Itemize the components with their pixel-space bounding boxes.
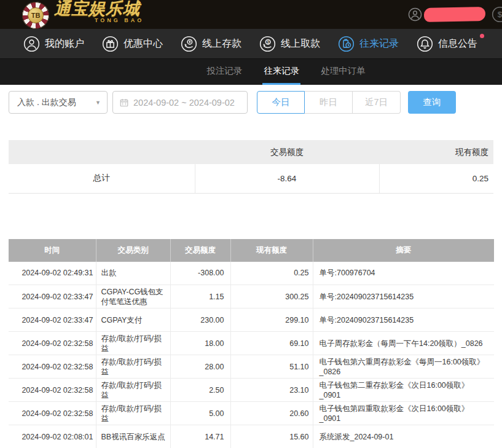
transaction-type-select[interactable]: 入款 . 出款交易 ▼ (9, 91, 108, 114)
summary-total-balance: 0.25 (379, 164, 493, 193)
cell-time: 2024-09-02 02:32:58 (9, 332, 96, 355)
cell-summary: 单号:202409023715614235 (313, 308, 494, 332)
cell-amount: 5.00 (170, 402, 230, 425)
redacted-username (424, 7, 485, 22)
user-icon (23, 36, 40, 52)
preset-yesterday-button[interactable]: 昨日 (305, 91, 353, 114)
cell-amount: 1.15 (170, 285, 230, 308)
cell-type: 存款/取款/打码/损益 (96, 402, 170, 425)
cell-summary: 电子钱包第六重周存款彩金《每周一16:00领取》_0826 (313, 355, 494, 379)
tab-transaction-records[interactable]: 往来记录 (262, 59, 300, 85)
cell-time: 2024-09-02 02:33:47 (9, 308, 96, 332)
cell-balance: 0.25 (230, 262, 313, 285)
date-range-input[interactable]: 2024-09-02 ~ 2024-09-02 (112, 91, 248, 114)
gift-icon (102, 36, 119, 52)
query-button[interactable]: 查询 (408, 91, 456, 114)
cell-balance: 15.60 (230, 425, 313, 448)
deposit-icon (181, 36, 197, 52)
site-logo[interactable]: TB 通宝娱乐城 TONG BAO (22, 1, 144, 29)
cell-balance: 69.10 (230, 332, 313, 355)
main-navigation: 我的账户 优惠中心 线上存款 $ 线上取款 往 (0, 29, 502, 59)
calendar-icon (119, 98, 129, 108)
cell-summary: 单号:202409023715614235 (313, 285, 494, 308)
nav-item-promotions[interactable]: 优惠中心 (102, 36, 163, 52)
cell-type: 存款/取款/打码/损益 (96, 379, 170, 402)
table-row: 2024-09-02 02:08:01 BB视讯百家乐返点 14.71 15.6… (9, 425, 494, 448)
cell-time: 2024-09-02 02:32:58 (9, 355, 96, 379)
cell-balance: 299.10 (230, 308, 313, 332)
nav-label: 信息公告 (438, 37, 477, 50)
nav-item-transaction-records[interactable]: 往来记录 (338, 36, 399, 52)
col-balance: 现有额度 (230, 239, 313, 262)
cell-balance: 300.25 (230, 285, 313, 308)
tab-processing-orders[interactable]: 处理中订单 (320, 59, 367, 85)
records-table: 时间 交易类别 交易额度 现有额度 摘要 2024-09-02 02:49:31… (9, 239, 494, 448)
cell-type: CGPAY支付 (96, 308, 170, 332)
filter-bar: 入款 . 出款交易 ▼ 2024-09-02 ~ 2024-09-02 今日 昨… (9, 91, 502, 114)
cell-amount: -308.00 (170, 262, 230, 285)
summary-col-empty (9, 140, 195, 164)
cell-summary: 系统派发_2024-09-01 (313, 425, 494, 448)
cell-balance: 20.60 (230, 402, 313, 425)
cell-type: 存款/取款/打码/损益 (96, 355, 170, 379)
col-amount: 交易额度 (170, 239, 230, 262)
nav-item-announcements[interactable]: 信息公告 (417, 36, 477, 52)
table-row: 2024-09-02 02:49:31 出款 -308.00 0.25 单号:7… (9, 262, 494, 285)
cell-type: CGPAY-CG钱包支付笔笔送优惠 (96, 285, 170, 308)
tab-label: 处理中订单 (321, 65, 366, 77)
top-header: TB 通宝娱乐城 TONG BAO $ (0, 0, 502, 29)
user-avatar-icon[interactable] (408, 7, 422, 22)
date-preset-group: 今日 昨日 近7日 (257, 91, 401, 114)
table-row: 2024-09-02 02:33:47 CGPAY-CG钱包支付笔笔送优惠 1.… (9, 285, 494, 308)
chevron-down-icon: ▼ (95, 100, 101, 106)
cell-amount: 14.71 (170, 425, 230, 448)
cell-amount: 2.50 (170, 379, 230, 402)
nav-item-my-account[interactable]: 我的账户 (23, 36, 84, 52)
records-icon (338, 36, 355, 52)
logo-subtitle: TONG BAO (95, 18, 144, 23)
cell-summary: 单号:700976704 (313, 262, 494, 285)
cell-summary: 电子周存款彩金（每周一下午14:20领取）_0826 (313, 332, 494, 355)
table-row: 2024-09-02 02:32:58 存款/取款/打码/损益 5.00 20.… (9, 402, 494, 425)
cell-type: BB视讯百家乐返点 (96, 425, 170, 448)
table-row: 2024-09-02 02:32:58 存款/取款/打码/损益 18.00 69… (9, 332, 494, 355)
preset-last7days-button[interactable]: 近7日 (353, 91, 401, 114)
cell-type: 出款 (96, 262, 170, 285)
table-row: 2024-09-02 02:32:58 存款/取款/打码/损益 28.00 51… (9, 355, 494, 379)
nav-label: 优惠中心 (124, 37, 163, 50)
chip-label: TB (28, 7, 44, 23)
summary-total-row: 总计 -8.64 0.25 (9, 164, 493, 193)
tab-label: 投注记录 (206, 65, 242, 77)
cell-time: 2024-09-02 02:49:31 (9, 262, 96, 285)
summary-col-amount: 交易额度 (195, 140, 379, 164)
summary-total-label: 总计 (9, 164, 195, 193)
cell-time: 2024-09-02 02:32:58 (9, 402, 96, 425)
cell-type: 存款/取款/打码/损益 (96, 332, 170, 355)
summary-total-amount: -8.64 (195, 164, 379, 193)
withdraw-icon: $ (259, 36, 276, 52)
preset-today-button[interactable]: 今日 (257, 91, 305, 114)
nav-label: 线上取款 (281, 37, 320, 50)
summary-col-balance: 现有额度 (379, 140, 493, 164)
tab-label: 往来记录 (264, 65, 299, 77)
nav-label: 我的账户 (45, 37, 84, 50)
poker-chip-logo-icon: TB (22, 2, 49, 29)
cell-amount: 18.00 (170, 332, 230, 355)
dollar-coin-icon[interactable]: $ (492, 6, 502, 23)
svg-text:$: $ (267, 39, 269, 44)
bell-icon (417, 36, 433, 52)
cell-time: 2024-09-02 02:33:47 (9, 285, 96, 308)
tab-betting-records[interactable]: 投注记录 (205, 59, 243, 85)
summary-header-row: 交易额度 现有额度 (9, 140, 493, 164)
nav-item-online-withdrawal[interactable]: $ 线上取款 (259, 36, 320, 52)
nav-label: 线上存款 (202, 37, 241, 50)
col-time: 时间 (9, 239, 96, 262)
cell-amount: 230.00 (170, 308, 230, 332)
svg-text:$: $ (498, 10, 502, 19)
cell-summary: 电子钱包第二重存款彩金《次日16:00领取》_0901 (313, 379, 494, 402)
nav-item-online-deposit[interactable]: 线上存款 (181, 36, 241, 52)
table-row: 2024-09-02 02:32:58 存款/取款/打码/损益 2.50 23.… (9, 379, 494, 402)
notification-dot (480, 34, 484, 38)
cell-balance: 23.10 (230, 379, 313, 402)
col-summary: 摘要 (313, 239, 494, 262)
